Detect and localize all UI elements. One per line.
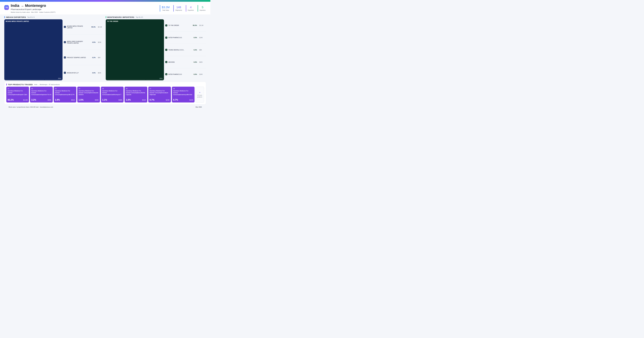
product-card[interactable]: #3 Harmless Medicine For Human Consumpti…: [54, 87, 76, 102]
importers-title: MONTENEGRO IMPORTERS: [107, 16, 134, 18]
treemap-label: TO THE ORDER: [107, 20, 118, 22]
stat-total-value: $3.2M Total Value: [160, 5, 170, 12]
stat-label: Exporters: [188, 10, 194, 11]
importer-row[interactable]: 1 TO THE ORDER 99.3% $3.1M: [165, 19, 206, 32]
trade-value: $14K: [199, 37, 206, 38]
exporters-treemap-block[interactable]: MCARE IMPEX PRIVATE LIMITED 99%: [4, 19, 62, 80]
exporters-panel: INDIAN EXPORTERS Top 40 of 4 MCARE IMPEX…: [4, 16, 105, 80]
rank-badge: 2: [165, 36, 167, 39]
company-name: TEHNO DENTAL D.O.O.,: [168, 49, 190, 51]
importer-row[interactable]: 5 INTER PHARM D.0.0 0.0% $249: [165, 68, 206, 80]
importers-panel: MONTENEGRO IMPORTERS Top 40 of 5 TO THE …: [106, 16, 206, 80]
summary-stats: $3.2M Total Value 148 Shipments 4 Export…: [160, 5, 206, 12]
product-value: $36K: [118, 99, 122, 101]
importers-treemap-block[interactable]: TO THE ORDER 99%: [106, 19, 164, 80]
product-value: $61K: [71, 99, 75, 101]
importer-row[interactable]: 2 INTER PHARM D.0.0. 0.5% $14K: [165, 32, 206, 44]
product-value: $23K: [166, 99, 170, 101]
product-share: 1.9%: [55, 99, 60, 101]
trade-value: $6K: [199, 49, 206, 51]
more-products-label: 87 more products: [197, 94, 203, 98]
importers-list: 1 TO THE ORDER 99.3% $3.1M 2 INTER PHARM…: [165, 19, 206, 80]
page-title: India → Montenegro: [11, 4, 56, 8]
exporters-title: INDIAN EXPORTERS: [6, 16, 26, 18]
page-meta: Market share by trade value · Mar 2026 ·…: [11, 12, 56, 13]
stat-label: Importers: [200, 10, 206, 11]
trade-value: $625: [199, 61, 206, 63]
product-card[interactable]: #2 Harmless Medicine For Human Consumpti…: [30, 87, 52, 102]
exporter-row[interactable]: 1 MCARE IMPEX PRIVATE LIMITED 99.3% $3.1…: [64, 19, 105, 34]
product-card[interactable]: #5 Harmless Medicine For Human Consumpti…: [101, 87, 124, 102]
stat-label: Total Value: [162, 10, 170, 11]
trade-value: $3.1M: [98, 26, 104, 28]
company-name: AVEDA AYUR LLP: [67, 72, 89, 74]
exporter-row[interactable]: 4 AVEDA AYUR LLP 0.0% $625: [64, 65, 105, 80]
company-name: TO THE ORDER: [168, 24, 190, 26]
report-header: TD India → Montenegro Pharmaceutical Exp…: [0, 2, 210, 15]
exporters-list: 1 MCARE IMPEX PRIVATE LIMITED 99.3% $3.1…: [64, 19, 105, 80]
exporter-row[interactable]: 2 MERIL ENDO SURGERY PRIVATE LIMITED 0.5…: [64, 34, 105, 50]
stat-value: 148: [175, 6, 182, 9]
stat-importers: 5 Importers: [198, 5, 206, 12]
product-value: $46K: [95, 99, 98, 101]
product-rank: #2: [31, 88, 51, 90]
product-rank: #4: [78, 88, 98, 90]
rank-badge: 4: [64, 72, 66, 74]
company-name: INTER PHARM D.0.0: [168, 74, 190, 75]
rank-badge: 1: [64, 26, 66, 28]
rank-badge: 5: [165, 73, 167, 75]
share-pct: 0.0%: [191, 61, 197, 63]
company-name: MCARE IMPEX PRIVATE LIMITED: [67, 25, 89, 28]
exporter-row[interactable]: 3 PREVEST DENPRO LIMITED 0.2% $6K: [64, 50, 105, 65]
share-pct: 0.5%: [191, 37, 197, 38]
product-share: 1.0%: [126, 99, 131, 101]
product-name: Harmless Medicine For Human Consumptionc…: [126, 90, 146, 96]
treemap-minor-cells: [5, 79, 62, 80]
share-pct: 0.5%: [90, 42, 96, 43]
importer-row[interactable]: 3 TEHNO DENTAL D.O.O., 0.2% $6K: [165, 44, 206, 56]
products-subtitle: India → Montenegro · 87 total products: [34, 84, 60, 85]
rank-badge: 4: [165, 61, 167, 63]
rank-badge: 1: [165, 24, 167, 26]
product-value: $99K: [48, 99, 51, 101]
product-card[interactable]: #1 Harmless Medicine For Human Consumpti…: [6, 87, 29, 102]
treemap-share: 99%: [160, 78, 162, 79]
product-card[interactable]: #6 Harmless Medicine For Human Consumpti…: [124, 87, 147, 102]
exporters-accent-bar: [4, 16, 5, 18]
product-value: $22K: [190, 99, 193, 101]
company-name: INTER PHARM D.0.0.: [168, 37, 190, 38]
trade-value: $625: [98, 72, 104, 74]
trade-value: $15K: [98, 42, 104, 43]
product-name: Harmless Medicine For Human Consumptiona…: [173, 90, 193, 96]
company-name: ABCD056: [168, 61, 190, 63]
product-value: $2.6M: [23, 99, 28, 101]
trade-value: $249: [199, 74, 206, 75]
footer-date: Mar 2026: [196, 106, 202, 108]
treemap-label: MCARE IMPEX PRIVATE LIMITED: [6, 20, 29, 22]
product-card[interactable]: #4 Harmless Medicine For Human Consumpti…: [77, 87, 100, 102]
share-pct: 0.0%: [191, 74, 197, 75]
report-content: INDIAN EXPORTERS Top 40 of 4 MCARE IMPEX…: [0, 15, 210, 110]
plus-icon: +: [199, 91, 200, 94]
product-share: 82.2%: [8, 99, 14, 101]
product-rank: #1: [8, 88, 28, 90]
stat-exporters: 4 Exporters: [186, 5, 194, 12]
product-rank: #7: [150, 88, 170, 90]
more-products-card[interactable]: + 87 more products: [196, 87, 204, 102]
trade-value: $6K: [98, 57, 104, 58]
product-rank: #3: [55, 88, 75, 90]
product-name: Harmless Medicine For Human Consumptione…: [31, 90, 51, 96]
importer-row[interactable]: 4 ABCD056 0.0% $625: [165, 56, 206, 68]
report-page: TD India → Montenegro Pharmaceutical Exp…: [0, 0, 210, 110]
company-name: MERIL ENDO SURGERY PRIVATE LIMITED: [67, 41, 89, 44]
product-name: Harmless Medicine For Human Consumptions…: [150, 90, 170, 96]
product-cards: #1 Harmless Medicine For Human Consumpti…: [6, 87, 204, 102]
report-footer: Block area = proportional share of $3.2M…: [4, 104, 206, 110]
products-accent-bar: [6, 84, 7, 86]
product-share: 1.5%: [78, 99, 84, 101]
product-card[interactable]: #7 Harmless Medicine For Human Consumpti…: [148, 87, 171, 102]
product-name: Harmless Medicine For Human Consumptionc…: [78, 90, 98, 96]
stat-value: 5: [200, 6, 206, 9]
product-card[interactable]: #8 Harmless Medicine For Human Consumpti…: [172, 87, 194, 102]
rank-badge: 2: [64, 41, 66, 43]
